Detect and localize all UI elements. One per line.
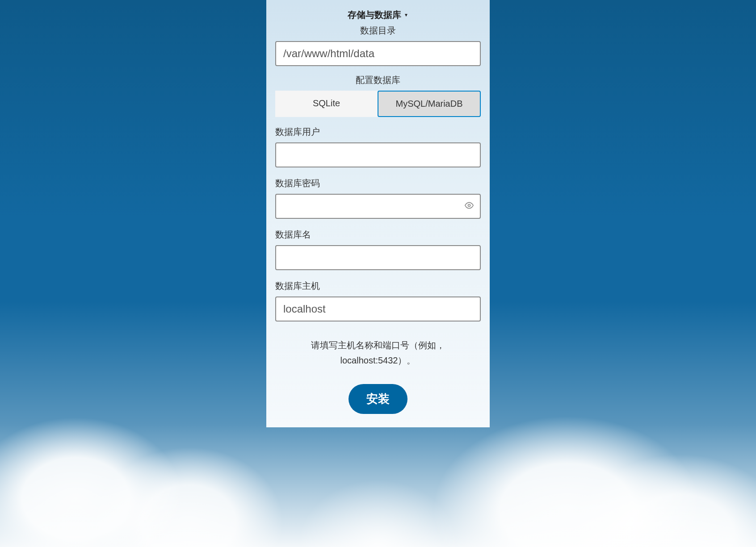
eye-icon[interactable]: [465, 201, 474, 212]
tab-sqlite[interactable]: SQLite: [275, 91, 378, 117]
data-directory-input[interactable]: [275, 41, 481, 66]
chevron-down-icon: ▼: [404, 13, 408, 17]
database-user-input[interactable]: [275, 142, 481, 167]
database-password-label: 数据库密码: [275, 177, 481, 189]
database-user-label: 数据库用户: [275, 126, 481, 138]
svg-point-0: [468, 205, 470, 207]
database-name-label: 数据库名: [275, 229, 481, 241]
database-host-input[interactable]: [275, 296, 481, 322]
database-host-hint: 请填写主机名称和端口号（例如，localhost:5432）。: [293, 338, 463, 368]
database-name-input[interactable]: [275, 245, 481, 270]
database-host-label: 数据库主机: [275, 280, 481, 292]
tab-mysql-mariadb[interactable]: MySQL/MariaDB: [378, 91, 481, 117]
database-type-tabs: SQLite MySQL/MariaDB: [275, 91, 481, 117]
database-password-input[interactable]: [275, 194, 481, 219]
storage-section-toggle[interactable]: 存储与数据库 ▼: [275, 9, 481, 21]
storage-section-title: 存储与数据库: [348, 9, 401, 21]
data-directory-label: 数据目录: [275, 25, 481, 37]
database-config-label: 配置数据库: [275, 74, 481, 86]
install-button[interactable]: 安装: [349, 384, 407, 414]
setup-panel: 存储与数据库 ▼ 数据目录 配置数据库 SQLite MySQL/MariaDB…: [266, 0, 490, 427]
